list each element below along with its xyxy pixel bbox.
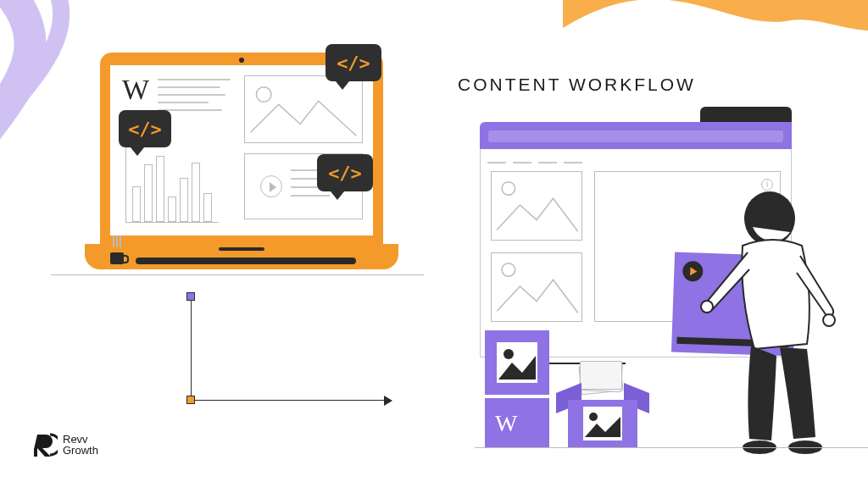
open-box	[559, 388, 646, 447]
mug-icon	[110, 252, 124, 264]
svg-point-1	[502, 182, 515, 196]
laptop-base	[85, 244, 398, 269]
illustration-stage: CONTENT WORKFLOW W	[0, 0, 868, 482]
vector-path-diagram	[191, 296, 404, 432]
svg-point-0	[256, 87, 271, 102]
desk-line	[51, 274, 424, 275]
code-bubble-icon: </>	[119, 110, 171, 147]
svg-point-9	[504, 349, 514, 359]
nav-placeholder	[487, 154, 598, 164]
svg-point-5	[701, 301, 713, 313]
svg-point-2	[502, 263, 515, 277]
arrow-right-icon	[384, 396, 392, 406]
image-thumbnail	[491, 171, 582, 241]
image-thumbnail	[491, 252, 582, 322]
code-bubble-icon: </>	[326, 44, 381, 81]
anchor-point-icon	[186, 292, 195, 301]
page-title: CONTENT WORKFLOW	[458, 75, 696, 95]
camera-icon	[239, 58, 244, 63]
laptop-illustration: W </> </> </>	[85, 53, 398, 290]
logo-text: Revv Growth	[63, 434, 98, 456]
code-bubble-icon: </>	[317, 154, 373, 191]
svg-point-6	[823, 314, 835, 326]
logo-icon	[34, 433, 58, 457]
anchor-point-icon	[186, 396, 195, 404]
steam-icon	[113, 235, 121, 251]
svg-point-10	[589, 413, 598, 421]
browser-toolbar	[480, 122, 792, 149]
person-illustration	[695, 178, 856, 457]
brand-logo: Revv Growth	[34, 433, 98, 457]
text-box-w: W	[485, 398, 549, 447]
ground-line	[475, 447, 868, 448]
text-letter-w: W	[122, 74, 149, 106]
laptop-screen: W	[110, 65, 373, 235]
play-icon	[260, 175, 282, 197]
image-box	[485, 330, 549, 395]
svg-point-4	[756, 222, 760, 225]
